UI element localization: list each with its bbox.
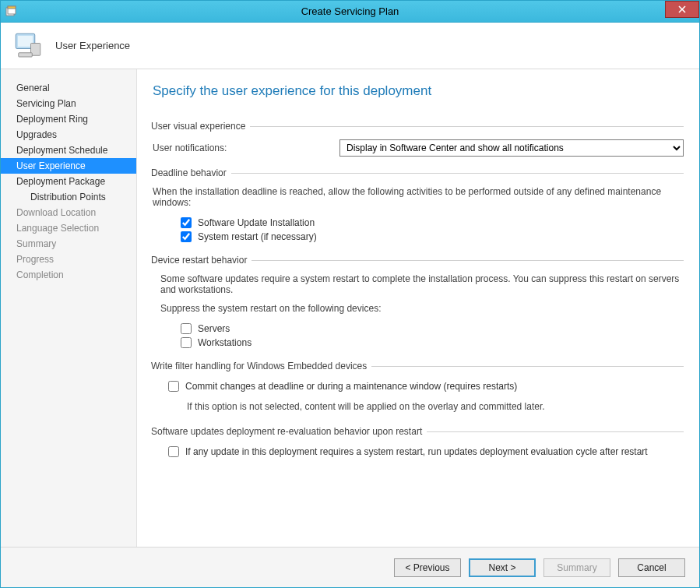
checkbox-label-reeval: If any update in this deployment require… <box>185 446 648 457</box>
next-button[interactable]: Next > <box>469 558 536 577</box>
checkbox-label-servers: Servers <box>198 323 230 334</box>
group-device-restart: Device restart behavior Some software up… <box>153 255 684 350</box>
summary-button: Summary <box>543 558 610 577</box>
titlebar: Create Servicing Plan <box>1 1 699 23</box>
desc-device-restart: Some software updates require a system r… <box>153 273 684 295</box>
cancel-button[interactable]: Cancel <box>618 558 685 577</box>
legend-write-filter: Write filter handling for Windows Embedd… <box>151 361 371 371</box>
legend-reeval: Software updates deployment re-evaluatio… <box>151 426 427 437</box>
checkbox-input-commit[interactable] <box>168 381 179 392</box>
previous-button[interactable]: < Previous <box>394 558 461 577</box>
nav-item-progress: Progress <box>1 252 136 267</box>
note-write-filter: If this option is not selected, content … <box>153 393 684 415</box>
nav-item-deployment-ring[interactable]: Deployment Ring <box>1 111 136 127</box>
close-button[interactable] <box>665 1 699 18</box>
checkbox-label-install: Software Update Installation <box>198 217 315 228</box>
checkbox-input-restart[interactable] <box>181 231 192 242</box>
svg-rect-8 <box>19 52 33 56</box>
main-heading: Specify the user experience for this dep… <box>153 83 684 99</box>
svg-rect-2 <box>8 6 16 9</box>
checkbox-workstations[interactable]: Workstations <box>153 336 684 350</box>
nav-item-upgrades[interactable]: Upgrades <box>1 127 136 143</box>
nav-item-completion: Completion <box>1 267 136 283</box>
checkbox-commit-changes[interactable]: Commit changes at deadline or during a m… <box>153 379 684 393</box>
footer: < Previous Next > Summary Cancel <box>1 547 699 587</box>
checkbox-label-restart: System restart (if necessary) <box>198 231 317 242</box>
desc-deadline: When the installation deadline is reache… <box>153 186 684 208</box>
computer-icon <box>12 30 44 62</box>
legend-visual: User visual experience <box>151 121 250 132</box>
nav-item-language-selection: Language Selection <box>1 220 136 236</box>
checkbox-reeval[interactable]: If any update in this deployment require… <box>153 445 684 459</box>
select-user-notifications[interactable]: Display in Software Center and show all … <box>339 139 684 157</box>
group-write-filter: Write filter handling for Windows Embedd… <box>153 361 684 415</box>
wizard-window: Create Servicing Plan User Experience Ge… <box>0 0 700 588</box>
nav-item-general[interactable]: General <box>1 80 136 96</box>
checkbox-label-workstations: Workstations <box>198 337 252 348</box>
label-suppress: Suppress the system restart on the follo… <box>153 303 684 314</box>
nav-item-servicing-plan[interactable]: Servicing Plan <box>1 96 136 111</box>
app-icon <box>4 4 19 19</box>
checkbox-input-install[interactable] <box>181 217 192 228</box>
header-strip: User Experience <box>1 23 699 69</box>
window-title: Create Servicing Plan <box>1 5 699 17</box>
nav-sidebar: GeneralServicing PlanDeployment RingUpgr… <box>1 69 137 547</box>
legend-deadline: Deadline behavior <box>151 167 231 178</box>
body: GeneralServicing PlanDeployment RingUpgr… <box>1 69 699 547</box>
nav-item-deployment-package[interactable]: Deployment Package <box>1 174 136 189</box>
legend-device-restart: Device restart behavior <box>151 255 252 266</box>
group-visual-experience: User visual experience User notification… <box>153 121 684 157</box>
nav-item-user-experience[interactable]: User Experience <box>1 158 136 174</box>
nav-item-deployment-schedule[interactable]: Deployment Schedule <box>1 143 136 158</box>
checkbox-input-servers[interactable] <box>181 323 192 334</box>
checkbox-software-update-installation[interactable]: Software Update Installation <box>153 216 684 230</box>
checkbox-input-workstations[interactable] <box>181 337 192 348</box>
group-deadline-behavior: Deadline behavior When the installation … <box>153 167 684 244</box>
checkbox-system-restart[interactable]: System restart (if necessary) <box>153 230 684 244</box>
main-panel: Specify the user experience for this dep… <box>137 69 699 547</box>
checkbox-servers[interactable]: Servers <box>153 322 684 336</box>
label-user-notifications: User notifications: <box>153 143 332 153</box>
nav-item-distribution-points[interactable]: Distribution Points <box>1 189 136 205</box>
checkbox-input-reeval[interactable] <box>168 446 179 457</box>
nav-item-download-location: Download Location <box>1 205 136 220</box>
page-title: User Experience <box>55 40 130 51</box>
checkbox-label-commit: Commit changes at deadline or during a m… <box>185 381 517 392</box>
group-reeval: Software updates deployment re-evaluatio… <box>153 426 684 459</box>
nav-item-summary: Summary <box>1 236 136 252</box>
